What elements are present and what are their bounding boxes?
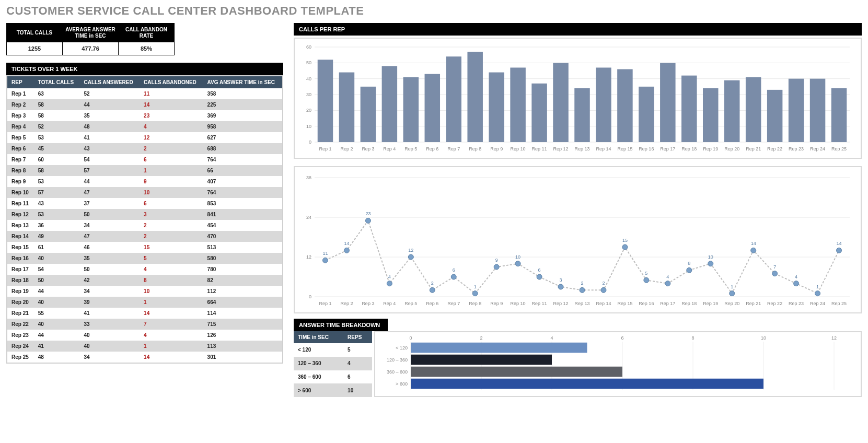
cell-avg: 407 xyxy=(203,176,283,187)
table-row: Rep 2584414225 xyxy=(7,99,283,110)
cell-avg: 82 xyxy=(203,275,283,286)
svg-text:2: 2 xyxy=(431,281,434,286)
tickets-col: REP xyxy=(7,76,34,88)
cell-avg: 112 xyxy=(203,286,283,297)
svg-text:Rep 25: Rep 25 xyxy=(831,301,847,306)
data-point xyxy=(430,287,435,293)
table-row: Rep 85857166 xyxy=(7,165,283,176)
cell-avg: 764 xyxy=(203,187,283,198)
svg-text:60: 60 xyxy=(306,44,311,50)
table-row: Rep 3583523369 xyxy=(7,110,283,121)
cell-rep: Rep 25 xyxy=(7,352,34,363)
svg-text:Rep 11: Rep 11 xyxy=(532,301,547,306)
cell-reps: 5 xyxy=(343,343,372,357)
cell-avg: 513 xyxy=(203,242,283,253)
data-point xyxy=(408,254,413,260)
svg-text:Rep 20: Rep 20 xyxy=(724,146,739,151)
cell-abandoned: 8 xyxy=(140,275,203,286)
bar xyxy=(467,52,482,142)
hbar xyxy=(411,343,587,353)
svg-text:Rep 17: Rep 17 xyxy=(660,146,675,151)
cell-abandoned: 1 xyxy=(140,297,203,308)
cell-rep: Rep 3 xyxy=(7,110,34,121)
summary-stats: TOTAL CALLS 1255 AVERAGE ANSWER TIME in … xyxy=(6,23,175,55)
cell-abandoned: 10 xyxy=(140,286,203,297)
svg-text:Rep 15: Rep 15 xyxy=(617,301,632,306)
svg-text:23: 23 xyxy=(365,211,371,216)
answer-time-table: TIME in SEC REPS < 1205120 – 3604360 – 6… xyxy=(294,331,372,397)
svg-text:Rep 14: Rep 14 xyxy=(596,301,611,306)
svg-text:Rep 22: Rep 22 xyxy=(767,146,782,151)
table-row: 120 – 3604 xyxy=(294,357,372,370)
svg-text:10: 10 xyxy=(708,254,713,260)
svg-text:4: 4 xyxy=(388,274,391,279)
svg-text:14: 14 xyxy=(837,241,842,246)
svg-text:Rep 4: Rep 4 xyxy=(383,146,396,151)
cell-abandoned: 12 xyxy=(140,132,203,143)
cell-total: 36 xyxy=(34,220,80,231)
svg-text:Rep 5: Rep 5 xyxy=(404,146,417,151)
tickets-col: CALLS ANSWERED xyxy=(80,76,140,88)
cell-avg: 853 xyxy=(203,198,283,209)
cell-answered: 43 xyxy=(80,143,140,154)
page-title: CUSTOMER SERVICE CALL CENTER DASHBOARD T… xyxy=(6,4,862,18)
cell-rep: Rep 4 xyxy=(7,121,34,132)
cell-rep: Rep 8 xyxy=(7,165,34,176)
table-row: 360 – 6006 xyxy=(294,370,372,384)
svg-text:Rep 24: Rep 24 xyxy=(810,146,825,151)
cell-abandoned: 2 xyxy=(140,231,203,242)
svg-text:Rep 20: Rep 20 xyxy=(724,301,739,306)
svg-text:3: 3 xyxy=(560,277,562,283)
cell-abandoned: 1 xyxy=(140,341,203,352)
cell-avg: 454 xyxy=(203,220,283,231)
svg-text:2: 2 xyxy=(581,281,583,286)
cell-range: 120 – 360 xyxy=(294,357,343,370)
cell-avg: 66 xyxy=(203,165,283,176)
svg-text:Rep 13: Rep 13 xyxy=(574,146,589,151)
cell-rep: Rep 5 xyxy=(7,132,34,143)
svg-text:10: 10 xyxy=(515,254,520,260)
data-point xyxy=(322,258,328,263)
cell-abandoned: 14 xyxy=(140,99,203,110)
cell-rep: Rep 20 xyxy=(7,297,34,308)
cell-total: 41 xyxy=(34,341,80,352)
bar xyxy=(339,73,354,142)
cell-rep: Rep 11 xyxy=(7,198,34,209)
table-row: Rep 452484958 xyxy=(7,121,283,132)
svg-text:1: 1 xyxy=(816,284,819,289)
data-point xyxy=(794,281,799,286)
svg-text:Rep 6: Rep 6 xyxy=(426,301,438,306)
cell-avg: 627 xyxy=(203,132,283,143)
cell-abandoned: 6 xyxy=(140,154,203,165)
svg-text:Rep 3: Rep 3 xyxy=(362,146,374,151)
cell-total: 50 xyxy=(34,275,80,286)
svg-text:Rep 9: Rep 9 xyxy=(490,146,503,151)
data-point xyxy=(687,267,692,273)
stat-abandon-rate: CALL ABANDON RATE 85% xyxy=(119,24,174,55)
stat-value: 1255 xyxy=(7,42,62,55)
cell-avg: 764 xyxy=(203,154,283,165)
cell-total: 40 xyxy=(34,253,80,264)
table-row: Rep 645432688 xyxy=(7,143,283,154)
cell-rep: Rep 17 xyxy=(7,264,34,275)
cell-answered: 40 xyxy=(80,330,140,341)
cell-abandoned: 23 xyxy=(140,110,203,121)
bar xyxy=(489,73,504,142)
data-point xyxy=(622,244,628,250)
cell-total: 49 xyxy=(34,231,80,242)
cell-answered: 57 xyxy=(80,165,140,176)
svg-text:50: 50 xyxy=(306,60,311,65)
cell-answered: 39 xyxy=(80,297,140,308)
svg-text:Rep 25: Rep 25 xyxy=(831,146,847,151)
cell-total: 52 xyxy=(34,121,80,132)
cell-total: 48 xyxy=(34,352,80,363)
data-point xyxy=(387,281,392,286)
cell-rep: Rep 9 xyxy=(7,176,34,187)
data-point xyxy=(837,248,842,253)
svg-text:4: 4 xyxy=(550,335,553,341)
table-row: Rep 953449407 xyxy=(7,176,283,187)
svg-text:Rep 9: Rep 9 xyxy=(490,301,503,306)
cell-avg: 688 xyxy=(203,143,283,154)
cell-answered: 35 xyxy=(80,253,140,264)
cell-rep: Rep 10 xyxy=(7,187,34,198)
